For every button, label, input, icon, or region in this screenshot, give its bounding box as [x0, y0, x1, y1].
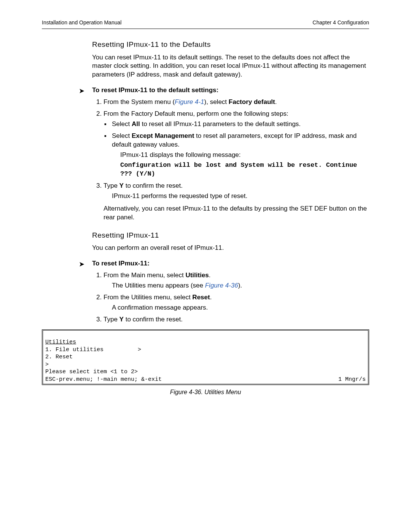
procedure-heading-2-text: To reset IPmux-11:: [92, 260, 150, 267]
section-intro-2: You can perform an overall reset of IPmu…: [92, 244, 369, 252]
substep-except-management: Select Except Management to reset all pa…: [112, 132, 369, 179]
substep-list: Select All to reset all IPmux-11 paramet…: [104, 120, 369, 179]
step-3-result: IPmux-11 performs the requested type of …: [112, 192, 369, 201]
terminal-title: Utilities: [45, 339, 76, 345]
section-title-2: Resetting IPmux-11: [92, 230, 369, 240]
arrow-icon: ➤: [79, 87, 84, 95]
section-reset-ipmux: Resetting IPmux-11 You can perform an ov…: [92, 230, 369, 253]
procedure-heading: ➤ To reset IPmux-11 to the default setti…: [92, 86, 369, 95]
section-intro: You can reset IPmux-11 to its default se…: [92, 53, 369, 80]
figure-ref-4-1[interactable]: Figure 4-1: [175, 98, 204, 105]
section-reset-defaults: Resetting IPmux-11 to the Defaults You c…: [92, 40, 369, 79]
arrow-icon: ➤: [79, 260, 84, 268]
terminal-line-4: Please select item <1 to 2>: [45, 369, 138, 375]
p2-step-2: From the Utilities menu, select Reset. A…: [104, 293, 369, 312]
header-left: Installation and Operation Manual: [42, 19, 121, 26]
substep-all: Select All to reset all IPmux-11 paramet…: [112, 120, 369, 129]
procedure-heading-2: ➤ To reset IPmux-11:: [92, 259, 369, 268]
page-header: Installation and Operation Manual Chapte…: [42, 19, 369, 29]
header-right: Chapter 4 Configuration: [312, 19, 369, 26]
step-1: From the System menu (Figure 4-1), selec…: [104, 98, 369, 107]
figure-caption: Figure 4-36. Utilities Menu: [42, 388, 369, 396]
p2-step-3: Type Y to confirm the reset.: [104, 315, 369, 324]
p2-step-2-result: A confirmation message appears.: [112, 304, 369, 312]
code-message: Configuration will be lost and System wi…: [120, 161, 369, 179]
step-2: From the Factory Default menu, perform o…: [104, 110, 369, 179]
terminal-line-2: 2. Reset: [45, 354, 73, 360]
step-3: Type Y to confirm the reset. IPmux-11 pe…: [104, 182, 369, 222]
p2-step-1-result: The Utilities menu appears (see Figure 4…: [112, 281, 369, 290]
step-list: From the System menu (Figure 4-1), selec…: [92, 98, 369, 222]
figure-ref-4-36[interactable]: Figure 4-36: [205, 282, 238, 289]
alternative-note: Alternatively, you can reset IPmux-11 to…: [104, 204, 369, 222]
procedure-heading-text: To reset IPmux-11 to the default setting…: [92, 86, 218, 94]
terminal-line-5: ESC-prev.menu; !-main menu; &-exit1 Mngr…: [45, 376, 366, 383]
procedure-reset-ipmux: ➤ To reset IPmux-11: From the Main menu,…: [92, 259, 369, 324]
procedure-reset-defaults: ➤ To reset IPmux-11 to the default setti…: [92, 86, 369, 222]
terminal-utilities-menu: Utilities 1. File utilities > 2. Reset >…: [42, 329, 369, 385]
p2-step-1: From the Main menu, select Utilities. Th…: [104, 271, 369, 290]
step-list-2: From the Main menu, select Utilities. Th…: [92, 271, 369, 324]
terminal-line-1: 1. File utilities >: [45, 347, 141, 353]
message-lead: IPmux-11 displays the following message:: [120, 151, 369, 160]
terminal-line-3: >: [45, 361, 49, 368]
section-title: Resetting IPmux-11 to the Defaults: [92, 40, 369, 50]
